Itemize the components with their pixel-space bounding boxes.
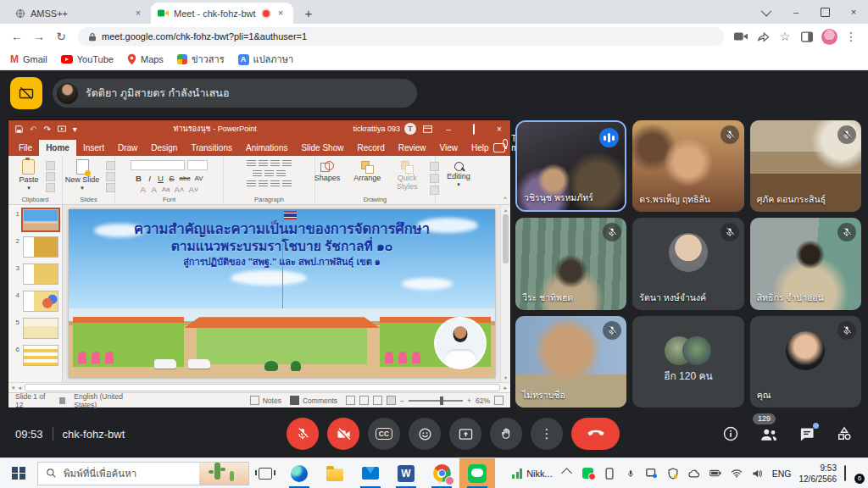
shrink-font-button[interactable]: A˅ [188,185,198,194]
scroll-left-icon[interactable]: ◂ [19,385,22,391]
tile-participant-5[interactable]: รัตนา หงษ์จำนงค์ [632,218,743,309]
back-button[interactable]: ← [7,26,27,47]
ppt-tab-home[interactable]: Home [39,140,76,156]
comments-button[interactable]: Comments [290,396,337,405]
forward-button[interactable]: → [29,26,49,47]
thumbnail-slide-4[interactable] [23,291,58,312]
language-label[interactable]: English (United States) [74,392,139,409]
bullets-icon[interactable] [247,160,256,167]
zoom-slider[interactable] [409,400,463,402]
thumbnail-slide-6[interactable] [23,345,58,366]
tray-battery-icon[interactable] [709,467,722,480]
align-center-icon[interactable] [259,180,268,187]
font-name-box[interactable] [131,160,185,170]
char-spacing-button[interactable]: AV [194,175,203,182]
quick-styles-button[interactable]: Quick Styles [391,160,423,191]
tile-participant-3[interactable]: ศุภัค ดอนกระสินธุ์ [750,120,861,212]
scrollbar-thumb[interactable] [25,384,500,391]
align-right-icon[interactable] [270,180,280,187]
layout-icon[interactable] [106,161,115,170]
thumbnail-row[interactable]: 3 [12,263,60,285]
ppt-tab-review[interactable]: Review [392,140,433,156]
save-icon[interactable] [15,125,23,133]
browser-menu-button[interactable]: ⋮ [841,26,861,47]
zoom-level-label[interactable]: 62% [476,396,490,405]
format-painter-icon[interactable] [46,183,55,192]
accessibility-icon[interactable] [59,397,65,404]
tray-phone-icon[interactable] [603,467,616,480]
tray-wifi-icon[interactable] [730,467,743,480]
participants-button[interactable]: 129 [760,426,778,442]
change-case-button[interactable]: Aa [162,186,170,193]
minimized-tile-button[interactable] [10,77,42,109]
thumbnail-slide-2[interactable] [23,236,58,258]
ppt-tab-file[interactable]: File [12,140,39,156]
text-highlight-button[interactable]: A [140,185,147,194]
scrollbar-thumb[interactable] [503,214,509,263]
tray-stock-app[interactable]: Nikk... [512,468,553,479]
tile-participant-4[interactable]: วีระ ชาทิพฮด [515,218,626,309]
url-box[interactable]: meet.google.com/chk-fohz-bwt?pli=1&authu… [78,27,724,46]
split-dropdown-icon[interactable]: ▾ [12,385,15,391]
italic-button[interactable]: I [147,174,153,183]
bold-button[interactable]: B [136,174,142,183]
arrange-button[interactable]: Arrange [350,160,384,183]
bookmark-youtube[interactable]: YouTube [61,54,114,64]
tab-close-icon[interactable]: × [275,8,287,19]
mic-toggle-button[interactable] [287,418,319,450]
redo-icon[interactable]: ↷ [43,125,50,134]
start-button[interactable] [0,458,37,488]
ribbon-display-icon[interactable] [423,125,432,133]
thumbnail-row[interactable]: 5 [12,318,60,339]
scroll-right-icon[interactable]: ▸ [504,385,507,391]
section-icon[interactable] [106,183,115,192]
zoom-out-button[interactable]: − [400,396,404,405]
numbering-icon[interactable] [259,160,268,167]
undo-icon[interactable]: ↶ [30,125,36,134]
thumbnail-row[interactable]: 2 [12,236,60,258]
tile-participant-6[interactable]: สิทธิกร จำปาออน [750,218,861,309]
taskbar-app-word[interactable]: W [388,458,424,488]
comments-icon[interactable] [493,143,505,152]
scroll-down-icon[interactable]: ▾ [504,374,507,380]
font-size-box[interactable] [187,160,208,170]
indent-less-icon[interactable] [253,170,262,177]
tile-participant-2[interactable]: ดร.พรเพ็ญ ฤทธิลัน [632,120,743,212]
collapse-ribbon-icon[interactable]: ^ [504,195,507,202]
reset-icon[interactable] [106,172,115,181]
cut-icon[interactable] [46,161,55,170]
tab-search-chevron-button[interactable] [753,0,782,24]
tile-more-participants[interactable]: อีก 120 คน [632,316,743,408]
ppt-tab-help[interactable]: Help [465,140,496,156]
vertical-scrollbar[interactable]: ▴ ▾ [500,205,510,382]
columns-icon[interactable] [276,170,286,177]
strikethrough-button[interactable]: S [169,174,175,183]
ppt-tab-insert[interactable]: Insert [76,140,111,156]
more-options-button[interactable]: ⋮ [531,418,563,450]
close-button[interactable]: × [839,0,868,24]
font-color-button[interactable]: A [151,185,158,194]
tray-line-icon[interactable] [581,467,595,480]
taskbar-app-explorer[interactable] [317,458,353,488]
task-view-button[interactable] [249,458,281,488]
bookmark-translate[interactable]: Aแปลภาษา [238,52,294,67]
camera-permission-button[interactable] [731,26,751,47]
captions-button[interactable]: CC [368,418,400,450]
text-direction-icon[interactable] [282,160,292,167]
normal-view-button[interactable] [346,396,355,405]
ppt-tab-view[interactable]: View [433,140,465,156]
ppt-tab-design[interactable]: Design [144,140,184,156]
taskbar-clock[interactable]: 9:53 12/6/2566 [799,463,837,485]
underline-button[interactable]: U [158,174,164,183]
bookmark-news[interactable]: ข่าวสาร [177,52,225,67]
ppt-maximize-button[interactable] [465,125,483,134]
reading-view-button[interactable] [373,396,382,405]
activities-button[interactable] [836,425,853,442]
tab-amss[interactable]: AMSS++ × [8,3,151,24]
slide-sorter-button[interactable] [359,396,369,405]
minimize-button[interactable]: – [782,0,810,24]
indent-more-icon[interactable] [264,170,274,177]
justify-icon[interactable] [282,180,292,187]
new-tab-button[interactable]: + [298,3,319,23]
present-button[interactable] [449,418,481,450]
